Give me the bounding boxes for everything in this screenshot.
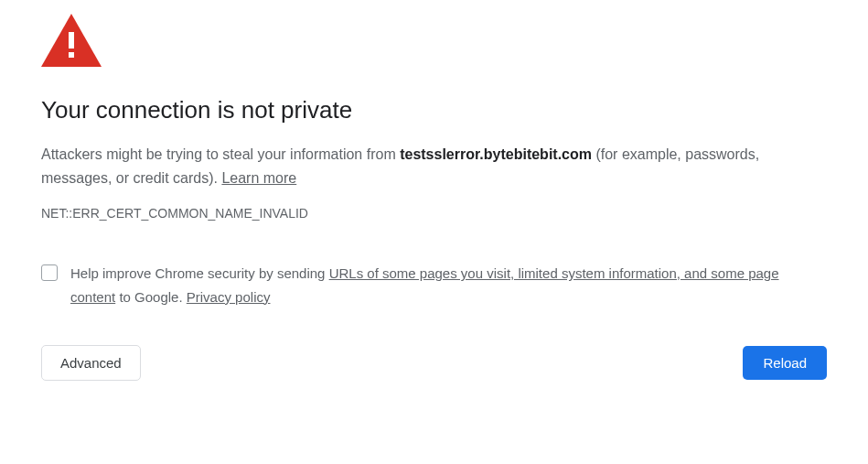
warning-triangle-icon <box>41 14 827 70</box>
svg-rect-1 <box>69 32 74 49</box>
warning-description: Attackers might be trying to steal your … <box>41 143 827 189</box>
button-row: Advanced Reload <box>41 345 827 381</box>
opt-in-text: Help improve Chrome security by sending … <box>70 262 827 308</box>
reload-button[interactable]: Reload <box>743 346 827 380</box>
description-prefix: Attackers might be trying to steal your … <box>41 146 400 162</box>
page-title: Your connection is not private <box>41 96 827 124</box>
learn-more-link[interactable]: Learn more <box>221 170 296 186</box>
error-code: NET::ERR_CERT_COMMON_NAME_INVALID <box>41 206 827 221</box>
svg-rect-2 <box>69 52 74 58</box>
description-domain: testsslerror.bytebitebit.com <box>400 146 592 162</box>
advanced-button[interactable]: Advanced <box>41 345 141 381</box>
opt-in-middle: to Google. <box>115 289 187 305</box>
opt-in-prefix: Help improve Chrome security by sending <box>70 265 329 281</box>
opt-in-checkbox[interactable] <box>41 264 58 281</box>
opt-in-row: Help improve Chrome security by sending … <box>41 262 827 308</box>
privacy-policy-link[interactable]: Privacy policy <box>187 289 271 305</box>
